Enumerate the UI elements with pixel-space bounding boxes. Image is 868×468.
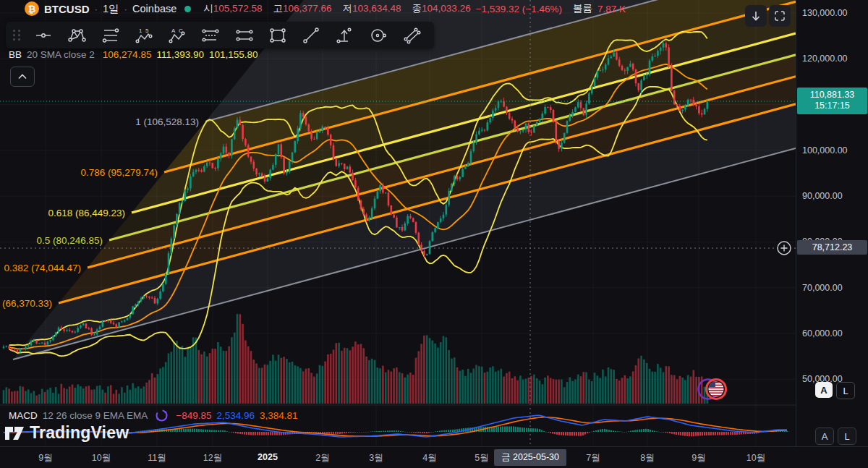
time-axis-label[interactable]: 3월 — [369, 452, 383, 464]
time-axis-label[interactable]: 2월 — [315, 452, 329, 464]
macd-histogram-bar — [331, 432, 332, 434]
volume-bar — [22, 387, 24, 404]
macd-log-scale-button[interactable]: L — [838, 427, 856, 445]
time-axis-label[interactable]: 9월 — [38, 452, 52, 464]
candle — [129, 314, 132, 318]
candle — [660, 48, 662, 51]
volume-bar — [258, 368, 260, 404]
candle — [561, 142, 563, 148]
volume-bar — [516, 380, 519, 404]
macd-histogram-bar — [365, 432, 367, 433]
last-price-value: 110,881.33 — [797, 90, 867, 101]
macd-histogram-bar — [346, 432, 347, 433]
disjoint-channel-tool[interactable] — [195, 23, 226, 48]
macd-histogram-bar — [532, 428, 534, 432]
candle — [96, 329, 98, 334]
time-axis[interactable]: 9월10월11월12월20252월3월4월5월7월8월9월10월 금 2025-… — [0, 446, 868, 468]
toolbar-drag-handle[interactable] — [13, 30, 21, 41]
candle — [82, 323, 85, 325]
time-axis-label[interactable]: 2025 — [258, 452, 278, 462]
fullscreen-button[interactable] — [769, 5, 791, 27]
candle — [344, 163, 346, 169]
macd-histogram-bar — [261, 432, 263, 435]
volume-bar — [237, 314, 239, 404]
flat-top-bottom-tool[interactable] — [229, 23, 260, 48]
scroll-to-recent-button[interactable] — [745, 5, 767, 27]
abcd-pattern-tool[interactable]: AC — [162, 23, 192, 48]
macd-histogram-bar — [456, 429, 458, 432]
price-chart-canvas[interactable]: 1 (106,528.13)0.786 (95,279.74)0.618 (86… — [0, 0, 868, 468]
candle — [597, 71, 599, 77]
trend-line-tool[interactable] — [296, 23, 326, 48]
macd-histogram-bar — [242, 432, 243, 434]
interval-selector[interactable]: 1일 — [103, 2, 119, 16]
time-axis-label[interactable]: 11월 — [148, 452, 166, 464]
volume-bar — [618, 380, 621, 404]
tradingview-logo[interactable]: TradingView — [4, 423, 129, 443]
candle — [583, 108, 585, 115]
disjoint-channel-tool-icon — [201, 26, 220, 45]
candle — [33, 340, 35, 341]
candle — [448, 191, 450, 205]
arrow-marker-tool[interactable] — [329, 23, 359, 48]
xabcd-pattern-tool[interactable] — [61, 23, 92, 48]
add-alert-plus-icon[interactable] — [775, 239, 793, 260]
circle-tool[interactable] — [363, 23, 393, 48]
time-axis-label[interactable]: 7월 — [586, 452, 600, 464]
candle — [55, 332, 57, 336]
time-axis-label[interactable]: 10월 — [746, 452, 765, 464]
time-axis-label[interactable]: 5월 — [475, 452, 488, 464]
price-axis[interactable]: 130,000.00120,000.00100,000.0090,000.008… — [796, 0, 868, 468]
time-axis-label[interactable]: 9월 — [692, 452, 705, 464]
volume-bar — [330, 354, 332, 404]
elliott-wave-tool[interactable]: 15 — [129, 23, 159, 48]
volume-bar — [176, 341, 178, 404]
collapse-panel-button[interactable] — [10, 67, 35, 87]
change-value: −1,539.32 (−1.46%) — [476, 4, 562, 14]
volume-bar — [484, 373, 486, 404]
candle — [110, 320, 112, 323]
candle — [8, 346, 10, 349]
refresh-icon[interactable] — [156, 409, 168, 422]
rectangle-tool[interactable] — [263, 23, 293, 48]
candle — [242, 125, 244, 139]
candle — [599, 70, 601, 71]
parallel-channel-tool[interactable] — [396, 23, 427, 48]
price-scale-buttons: A L — [815, 382, 855, 399]
macd-histogram-bar — [179, 429, 180, 432]
time-axis-label[interactable]: 8월 — [640, 452, 654, 464]
fib-retracement-tool[interactable] — [95, 23, 126, 48]
macd-indicator-row[interactable]: MACD 12 26 close 9 EMA EMA −849.85 2,534… — [9, 409, 298, 422]
bb-indicator-row[interactable]: BB 20 SMA close 2 106,274.85 111,393.90 … — [9, 49, 258, 60]
time-axis-label[interactable]: 12월 — [203, 452, 222, 464]
time-axis-label[interactable]: 4월 — [422, 452, 436, 464]
volume-bar — [599, 378, 601, 404]
macd-histogram-bar — [502, 427, 503, 432]
drawing-toolbar: 15AC — [6, 22, 434, 48]
candle — [75, 332, 77, 333]
macd-histogram-bar — [682, 432, 684, 435]
volume-bar — [49, 388, 51, 404]
volume-bar — [206, 357, 208, 404]
auto-scale-button[interactable]: A — [815, 382, 833, 398]
macd-histogram-bar — [678, 432, 679, 435]
symbol-name[interactable]: BTCUSD — [44, 3, 90, 15]
volume-bar — [561, 380, 563, 404]
macd-auto-scale-button[interactable]: A — [815, 427, 834, 445]
volume-bar — [399, 372, 401, 404]
volume-bar — [467, 369, 469, 404]
horizontal-line-tool[interactable] — [28, 23, 59, 48]
fib-level-label: 0.236 (66,370.33) — [0, 298, 52, 309]
exchange-name[interactable]: Coinbase — [132, 3, 176, 14]
time-axis-label[interactable]: 10월 — [92, 452, 111, 464]
candle — [255, 169, 258, 174]
macd-histogram-bar — [728, 432, 729, 435]
volume-bar — [511, 378, 514, 404]
log-scale-button[interactable]: L — [836, 382, 855, 399]
candle — [654, 56, 656, 56]
macd-histogram-bar — [584, 432, 586, 435]
candle — [247, 145, 250, 157]
volume-bar — [536, 378, 538, 404]
volume-bar — [118, 393, 120, 404]
volume-bar — [20, 386, 22, 404]
